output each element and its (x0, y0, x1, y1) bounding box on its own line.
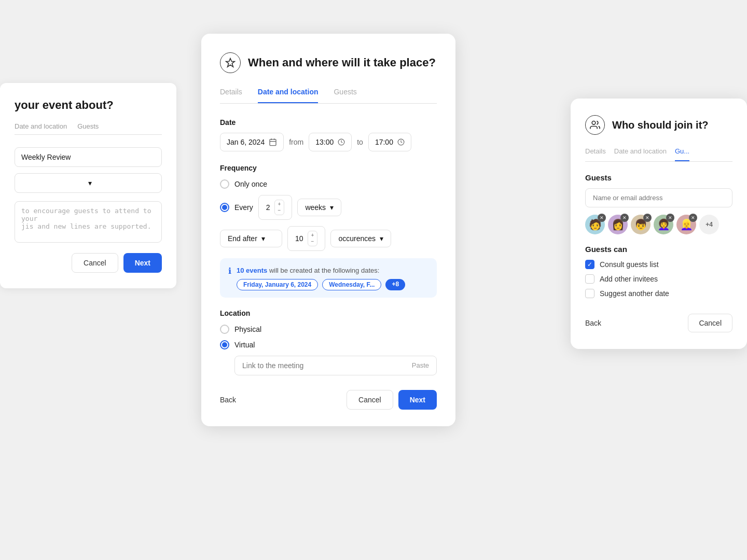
category-select[interactable]: ▾ (15, 173, 162, 193)
date-section-label: Date (220, 118, 437, 127)
freq-unit-select[interactable]: weeks ▾ (297, 199, 341, 216)
center-modal: When and where will it take place? Detai… (201, 34, 455, 426)
add-invitees-label: Add other invitees (600, 275, 658, 283)
remove-guest-5[interactable]: ✕ (689, 214, 697, 222)
every-radio[interactable] (220, 203, 229, 212)
next-button[interactable]: Next (398, 390, 437, 410)
checkbox-row-1: ✓ Consult guests list (585, 260, 732, 269)
from-time-picker[interactable]: 13:00 (309, 133, 352, 151)
virtual-radio[interactable] (220, 340, 229, 349)
chevron-down-icon: ▾ (330, 203, 334, 212)
left-tab-guests[interactable]: Guests (77, 122, 99, 134)
physical-row: Physical (220, 325, 437, 334)
modal-footer: Back Cancel Next (220, 390, 437, 410)
left-cancel-button[interactable]: Cancel (72, 253, 118, 273)
every-num-value: 2 (266, 203, 270, 212)
pin-icon (220, 52, 241, 73)
stepper-up-icon[interactable]: + (278, 201, 281, 207)
back-button[interactable]: Back (220, 396, 236, 404)
right-header: Who should join it? (585, 115, 732, 135)
date-chip-2: Wednesday, F... (322, 279, 381, 290)
checkbox-row-3: Suggest another date (585, 289, 732, 298)
right-tab-guests[interactable]: Gu... (675, 147, 689, 161)
occurrences-num-value: 10 (295, 234, 303, 243)
people-icon (585, 115, 605, 135)
footer-right-buttons: Cancel Next (347, 390, 437, 410)
guest-email-input[interactable] (585, 188, 732, 207)
remove-guest-4[interactable]: ✕ (666, 214, 674, 222)
stepper-up-icon[interactable]: + (311, 232, 314, 239)
right-back-button[interactable]: Back (585, 319, 601, 327)
right-panel: Who should join it? Details Date and loc… (571, 99, 747, 349)
only-once-radio[interactable] (220, 179, 229, 189)
every-num-stepper[interactable]: + − (274, 200, 285, 215)
remove-guest-1[interactable]: ✕ (598, 214, 606, 222)
to-time-picker[interactable]: 17:00 (368, 133, 411, 151)
right-footer: Back Cancel (585, 314, 732, 332)
info-content: 10 events will be created at the followi… (237, 265, 405, 290)
description-textarea[interactable]: to encourage guests to attend to your ji… (15, 201, 162, 243)
tab-details[interactable]: Details (220, 88, 242, 103)
consult-guests-checkbox[interactable]: ✓ (585, 260, 594, 269)
avatar-wrap-2: 👩 ✕ (608, 215, 628, 234)
tab-date-location[interactable]: Date and location (258, 88, 319, 103)
modal-tab-row: Details Date and location Guests (220, 88, 437, 104)
end-row: End after ▾ 10 + − occurences ▾ (220, 226, 437, 251)
left-next-button[interactable]: Next (123, 253, 162, 273)
date-row: Jan 6, 2024 from 13:00 to 17:00 (220, 133, 437, 151)
occurrences-stepper[interactable]: + − (308, 231, 318, 246)
left-panel: your event about? Date and location Gues… (0, 83, 176, 288)
date-value: Jan 6, 2024 (227, 138, 265, 146)
left-footer-buttons: Cancel Next (15, 253, 162, 273)
virtual-row: Virtual (220, 340, 437, 349)
tab-guests[interactable]: Guests (334, 88, 356, 103)
add-invitees-checkbox[interactable] (585, 274, 594, 284)
link-input[interactable] (242, 361, 408, 370)
avatar-wrap-4: 👩‍🦱 ✕ (654, 215, 673, 234)
right-cancel-button[interactable]: Cancel (688, 314, 732, 332)
right-tab-date-location[interactable]: Date and location (614, 147, 667, 161)
occurrences-label: occurences (338, 234, 376, 243)
virtual-label: Virtual (234, 341, 255, 349)
chevron-down-icon: ▾ (88, 179, 155, 187)
right-title: Who should join it? (612, 119, 709, 131)
every-num-box: 2 + − (258, 195, 293, 220)
to-label: to (357, 138, 363, 146)
paste-button[interactable]: Paste (412, 361, 429, 369)
consult-guests-label: Consult guests list (600, 260, 659, 269)
date-chip-more[interactable]: +8 (385, 279, 405, 290)
avatar-wrap-5: 👱‍♀️ ✕ (676, 215, 696, 234)
stepper-down-icon[interactable]: − (311, 239, 314, 245)
right-tab-details[interactable]: Details (585, 147, 606, 161)
info-text-after: will be created at the following dates: (267, 267, 379, 274)
end-after-value: End after (228, 234, 257, 243)
physical-radio[interactable] (220, 325, 229, 334)
remove-guest-2[interactable]: ✕ (620, 214, 629, 222)
to-time-value: 17:00 (375, 138, 393, 146)
chevron-down-icon: ▾ (261, 234, 265, 243)
info-icon: ℹ (228, 266, 231, 276)
from-label: from (289, 138, 303, 146)
stepper-down-icon[interactable]: − (278, 207, 281, 214)
chevron-down-icon: ▾ (380, 234, 383, 243)
end-after-select[interactable]: End after ▾ (220, 230, 282, 247)
remove-guest-3[interactable]: ✕ (643, 214, 652, 222)
frequency-label: Frequency (220, 164, 437, 172)
occurrences-unit-select[interactable]: occurences ▾ (330, 230, 391, 247)
suggest-date-label: Suggest another date (600, 289, 669, 298)
avatars-row: 🧑 ✕ 👩 ✕ 👦 ✕ 👩‍🦱 ✕ 👱‍♀️ ✕ +4 (585, 215, 732, 234)
avatar-more[interactable]: +4 (699, 215, 719, 234)
left-tab-row: Date and location Guests (15, 122, 162, 135)
info-box: ℹ 10 events will be created at the follo… (220, 258, 437, 298)
suggest-date-checkbox[interactable] (585, 289, 594, 298)
checkbox-row-2: Add other invitees (585, 274, 732, 284)
event-name-input[interactable] (15, 147, 162, 167)
left-panel-title: your event about? (15, 99, 162, 112)
guests-label: Guests (585, 173, 732, 182)
cancel-button[interactable]: Cancel (347, 390, 393, 410)
avatar-wrap-3: 👦 ✕ (631, 215, 651, 234)
left-tab-date-location[interactable]: Date and location (15, 122, 67, 134)
date-picker[interactable]: Jan 6, 2024 (220, 133, 284, 151)
every-label: Every (234, 203, 253, 212)
every-row: Every 2 + − weeks ▾ (220, 195, 437, 220)
